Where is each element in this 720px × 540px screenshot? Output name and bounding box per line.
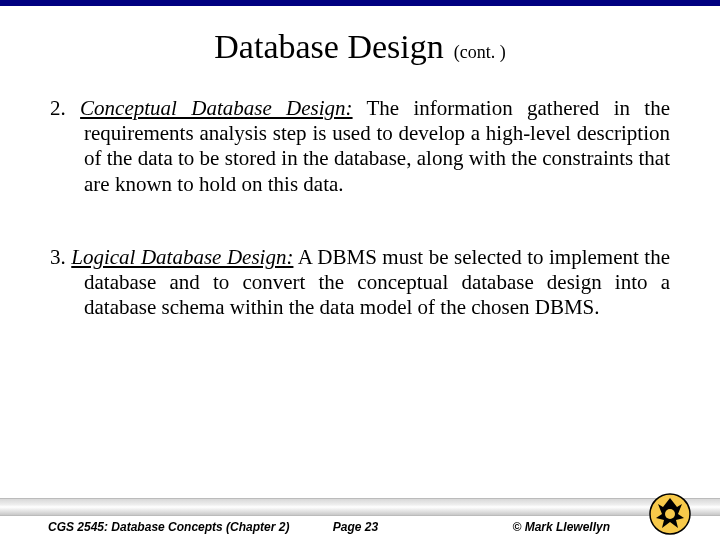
ucf-logo-icon: [648, 492, 692, 536]
step-name: Logical Database Design:: [71, 245, 293, 269]
step-name: Conceptual Database Design:: [80, 96, 352, 120]
item-number: 2.: [50, 96, 66, 120]
title-main: Database Design: [214, 28, 443, 65]
item-number: 3.: [50, 245, 66, 269]
title-continued: (cont. ): [454, 42, 506, 62]
top-border: [0, 0, 720, 6]
footer-author: © Mark Llewellyn: [512, 520, 610, 534]
footer-divider: [0, 498, 720, 516]
footer-text: CGS 2545: Database Concepts (Chapter 2) …: [0, 520, 720, 534]
footer: CGS 2545: Database Concepts (Chapter 2) …: [0, 498, 720, 540]
svg-point-1: [665, 509, 675, 519]
list-item: 3. Logical Database Design: A DBMS must …: [50, 245, 670, 321]
footer-page: Page 23: [333, 520, 378, 534]
footer-course: CGS 2545: Database Concepts (Chapter 2): [48, 520, 289, 534]
slide-body: 2. Conceptual Database Design: The infor…: [0, 96, 720, 320]
list-item: 2. Conceptual Database Design: The infor…: [50, 96, 670, 197]
slide-title: Database Design (cont. ): [0, 28, 720, 66]
